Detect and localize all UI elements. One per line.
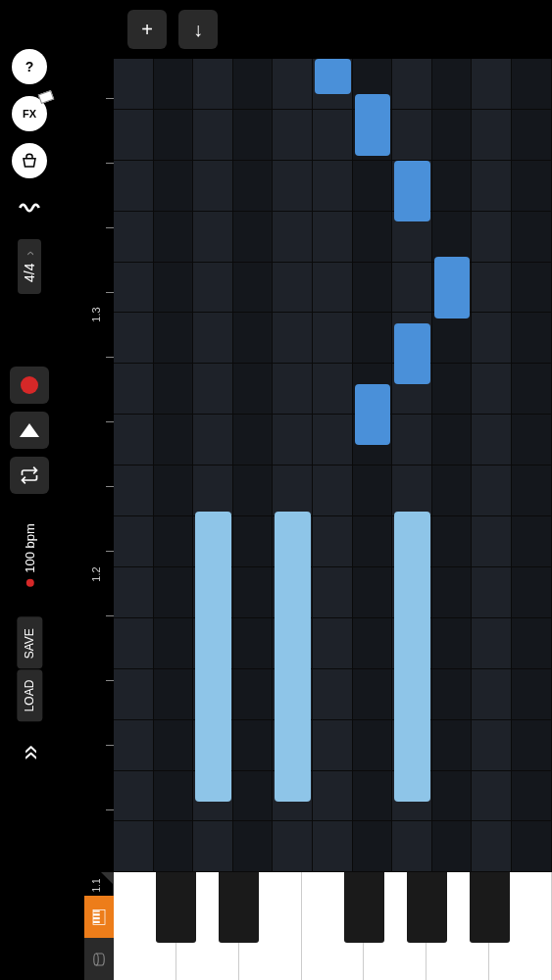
note[interactable] <box>355 384 391 445</box>
note[interactable] <box>394 512 430 802</box>
note[interactable] <box>394 323 430 384</box>
svg-rect-1 <box>93 920 100 922</box>
grid-row <box>114 466 552 516</box>
piano-roll-grid[interactable] <box>114 59 552 872</box>
record-icon <box>21 376 38 394</box>
sidebar: ? FX 4/4 › 100 bpm SAVE <box>0 0 59 980</box>
bpm-indicator-icon <box>25 579 33 587</box>
track-selector: 1.1 <box>84 872 114 980</box>
ruler-tick <box>106 163 114 164</box>
record-button[interactable] <box>10 367 49 404</box>
svg-rect-4 <box>93 910 100 912</box>
svg-rect-2 <box>93 917 100 919</box>
timeline-ruler: 1.3 1.2 <box>84 59 114 872</box>
plus-icon: + <box>141 19 153 41</box>
note[interactable] <box>315 59 351 94</box>
note[interactable] <box>434 257 471 318</box>
black-key[interactable] <box>470 872 510 943</box>
load-button[interactable]: LOAD <box>17 670 42 722</box>
grid-row <box>114 212 552 263</box>
grid-row <box>114 415 552 466</box>
piano-icon <box>90 908 108 926</box>
fx-label: FX <box>23 108 36 120</box>
basket-icon <box>21 152 38 170</box>
save-label: SAVE <box>23 628 36 659</box>
piano-track-button[interactable] <box>84 896 114 938</box>
time-signature-label: 4/4 <box>22 264 37 282</box>
note[interactable] <box>355 94 391 155</box>
grid-row <box>114 364 552 415</box>
ruler-tick <box>106 809 114 810</box>
add-button[interactable]: + <box>127 10 167 49</box>
grid-row <box>114 263 552 314</box>
ruler-tick <box>106 615 114 616</box>
loop-button[interactable] <box>10 457 49 494</box>
note[interactable] <box>195 512 231 802</box>
black-key[interactable] <box>407 872 447 943</box>
ruler-tick <box>106 421 114 422</box>
black-key[interactable] <box>344 872 384 943</box>
ruler-tick <box>106 98 114 99</box>
ruler-tick <box>106 680 114 681</box>
help-icon: ? <box>25 59 34 74</box>
black-key[interactable] <box>156 872 196 943</box>
ruler-tick <box>106 745 114 746</box>
ruler-tick <box>106 357 114 358</box>
download-icon: ↓ <box>193 19 203 41</box>
ruler-label-1-2: 1.2 <box>90 566 102 581</box>
grid-row <box>114 669 552 720</box>
save-button[interactable]: SAVE <box>17 617 42 669</box>
chevron-icon: › <box>22 251 37 256</box>
note[interactable] <box>275 512 311 802</box>
ruler-tick <box>106 486 114 487</box>
play-button[interactable] <box>10 412 49 449</box>
time-signature-button[interactable]: 4/4 › <box>18 239 41 294</box>
piano-keyboard <box>114 872 552 980</box>
bottom-section: 1.1 <box>84 872 552 980</box>
ruler-tick <box>106 551 114 552</box>
download-button[interactable]: ↓ <box>178 10 218 49</box>
transport-controls <box>10 367 49 494</box>
note[interactable] <box>394 161 430 221</box>
ruler-tick <box>106 227 114 228</box>
wave-icon <box>17 195 42 220</box>
grid-row <box>114 618 552 669</box>
load-label: LOAD <box>23 680 36 712</box>
chevron-double-icon: » <box>14 745 44 760</box>
top-toolbar: + ↓ <box>127 10 218 49</box>
black-key[interactable] <box>219 872 259 943</box>
play-icon <box>20 423 39 437</box>
expand-button[interactable]: » <box>14 745 45 760</box>
grid-row <box>114 161 552 212</box>
file-controls: SAVE LOAD <box>4 616 56 722</box>
ruler-label-1-3: 1.3 <box>90 307 102 321</box>
grid-row <box>114 720 552 771</box>
eraser-icon <box>38 90 55 104</box>
bpm-display[interactable]: 100 bpm <box>23 523 37 587</box>
svg-point-5 <box>94 954 99 965</box>
basket-button[interactable] <box>12 143 47 178</box>
drum-track-button[interactable] <box>84 938 114 980</box>
grid-row <box>114 314 552 365</box>
fx-button[interactable]: FX <box>12 96 47 131</box>
sidebar-tools: ? FX <box>12 49 47 225</box>
svg-rect-3 <box>93 913 100 915</box>
grid-row <box>114 822 552 873</box>
loop-icon <box>20 466 39 485</box>
grid-row <box>114 567 552 618</box>
bpm-text: 100 bpm <box>23 523 37 573</box>
help-button[interactable]: ? <box>12 49 47 84</box>
grid-row <box>114 771 552 822</box>
grid-row <box>114 516 552 567</box>
drum-icon <box>90 951 108 968</box>
wave-button[interactable] <box>12 190 47 225</box>
ruler-tick <box>106 292 114 293</box>
grid-row <box>114 110 552 161</box>
